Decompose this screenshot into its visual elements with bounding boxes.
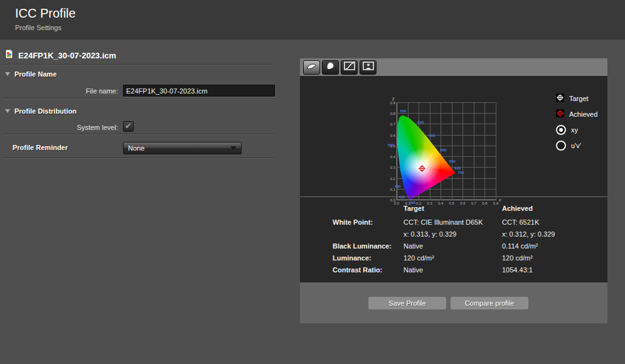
- section-title: Profile Distribution: [14, 107, 77, 115]
- chevron-down-icon: [230, 146, 237, 150]
- divider: [4, 134, 274, 134]
- column-target: Target: [403, 203, 502, 215]
- table-cell: Contrast Ratio:: [333, 264, 403, 276]
- divider: [300, 196, 607, 197]
- page-title: ICC Profile: [15, 6, 76, 21]
- checkmark-icon: ✔: [125, 122, 132, 130]
- table-row: Black Luminance:Native0.114 cd/m²: [333, 240, 601, 252]
- y-tick-label: 0.4: [387, 155, 395, 159]
- gamut-3d-icon: [306, 62, 317, 73]
- wavelength-label: 520: [400, 109, 406, 113]
- table-cell: 1054.43:1: [502, 264, 601, 276]
- section-profile-distribution[interactable]: Profile Distribution: [5, 107, 77, 115]
- table-cell: Native: [403, 264, 502, 276]
- divider: [4, 98, 274, 99]
- wavelength-label: 620: [454, 166, 461, 170]
- divider: [4, 64, 274, 65]
- gridline: [397, 200, 496, 200]
- y-tick-label: 0.2: [387, 177, 395, 181]
- table-cell: White Point:: [333, 217, 403, 240]
- y-tick-label: 0.0: [387, 198, 395, 202]
- gridline: [496, 103, 496, 200]
- page-subtitle: Profile Settings: [15, 24, 61, 31]
- profile-photo-icon: [363, 62, 374, 73]
- table-cell: 120 cd/m²: [403, 252, 502, 264]
- toolbar-button-gamut-3d[interactable]: [303, 60, 320, 75]
- gridline: [397, 102, 496, 103]
- chart-legend: Target Achieved xy: [556, 92, 597, 155]
- view-toolbar: [300, 58, 607, 76]
- table-cell: Native: [403, 240, 502, 252]
- system-level-checkbox[interactable]: ✔: [123, 121, 134, 132]
- radio-uv[interactable]: [556, 141, 566, 151]
- table-cell: Luminance:: [333, 252, 403, 264]
- file-name-label: File name:: [25, 87, 118, 95]
- gridline: [474, 103, 474, 200]
- achieved-marker-icon: [556, 109, 564, 120]
- tone-curve-icon: [344, 62, 355, 73]
- gridline: [452, 103, 452, 200]
- y-tick-label: 0.9: [387, 101, 395, 105]
- compare-profile-button[interactable]: Compare profile: [451, 297, 528, 309]
- comparison-table-body: White Point:CCT: CIE Illuminant D65Kx: 0…: [333, 217, 601, 276]
- plot-area: y x 0.00.10.20.30.40.50.60.70.80.90.00.1…: [397, 103, 496, 200]
- gridline: [484, 103, 485, 200]
- y-tick-label: 0.3: [387, 166, 395, 169]
- y-axis-label: y: [392, 96, 395, 100]
- wavelength-label: 580: [440, 148, 446, 152]
- divider: [4, 158, 274, 158]
- wavelength-label: 560: [429, 134, 435, 137]
- wavelength-label: 700: [458, 171, 464, 174]
- table-cell: CCT: CIE Illuminant D65Kx: 0.313, y: 0.3…: [403, 217, 502, 240]
- profile-reminder-label: Profile Reminder: [13, 144, 68, 151]
- profile-report-panel: y x 0.00.10.20.30.40.50.60.70.80.90.00.1…: [300, 58, 607, 323]
- table-cell: CCT: 6521Kx: 0.312, y: 0.329: [502, 217, 601, 240]
- wavelength-label: 480: [395, 185, 401, 188]
- achieved-white-point-marker: [419, 163, 425, 170]
- table-row: Luminance:120 cd/m²120 cd/m²: [333, 252, 601, 264]
- save-profile-button[interactable]: Save Profile: [368, 297, 446, 309]
- column-achieved: Achieved: [502, 203, 601, 215]
- radio-row-uv: u'v': [556, 139, 597, 152]
- system-level-label: System level:: [25, 124, 118, 131]
- toolbar-button-profile-photo[interactable]: [360, 60, 377, 75]
- toolbar-button-chromaticity[interactable]: [322, 60, 339, 75]
- page-header: ICC Profile Profile Settings: [0, 0, 625, 40]
- button-bar: Save Profile Compare profile: [300, 282, 607, 323]
- table-header-row: Target Achieved: [333, 203, 601, 215]
- wavelength-label: 500: [388, 143, 394, 147]
- file-name-input[interactable]: [123, 85, 275, 97]
- toolbar-button-tone-curve[interactable]: [341, 60, 358, 75]
- gridline: [462, 103, 463, 200]
- chromaticity-diagram-icon: [326, 62, 335, 73]
- collapse-triangle-icon: [5, 109, 10, 113]
- wavelength-label: 460: [398, 195, 405, 199]
- legend-achieved-row: Achieved: [556, 108, 597, 120]
- gridline: [397, 113, 496, 114]
- profile-file-header: E24FP1K_30-07-2023.icm: [5, 49, 116, 62]
- legend-achieved-label: Achieved: [569, 110, 597, 118]
- radio-xy-label: xy: [571, 126, 578, 134]
- section-title: Profile Name: [14, 70, 56, 78]
- chromaticity-chart: y x 0.00.10.20.30.40.50.60.70.80.90.00.1…: [300, 76, 607, 196]
- section-profile-name[interactable]: Profile Name: [5, 70, 56, 78]
- y-tick-label: 0.6: [387, 134, 395, 137]
- y-tick-label: 0.8: [387, 112, 395, 115]
- wavelength-label: 600: [449, 159, 456, 163]
- legend-target-label: Target: [569, 95, 589, 102]
- legend-target-row: Target: [556, 92, 597, 105]
- profile-file-title: E24FP1K_30-07-2023.icm: [18, 51, 116, 60]
- target-marker-icon: [556, 93, 564, 104]
- table-row: White Point:CCT: CIE Illuminant D65Kx: 0…: [333, 217, 601, 240]
- profile-reminder-dropdown[interactable]: None: [123, 142, 242, 154]
- collapse-triangle-icon: [5, 72, 10, 76]
- table-row: Contrast Ratio:Native1054.43:1: [333, 264, 601, 276]
- radio-uv-label: u'v': [571, 142, 581, 149]
- table-cell: 0.114 cd/m²: [502, 240, 601, 252]
- y-tick-label: 0.7: [387, 122, 395, 126]
- radio-xy[interactable]: [556, 125, 566, 135]
- table-cell: Black Luminance:: [333, 240, 403, 252]
- radio-row-xy: xy: [556, 124, 597, 136]
- x-axis-label: x: [499, 198, 501, 202]
- comparison-table: Target Achieved White Point:CCT: CIE Ill…: [333, 203, 601, 276]
